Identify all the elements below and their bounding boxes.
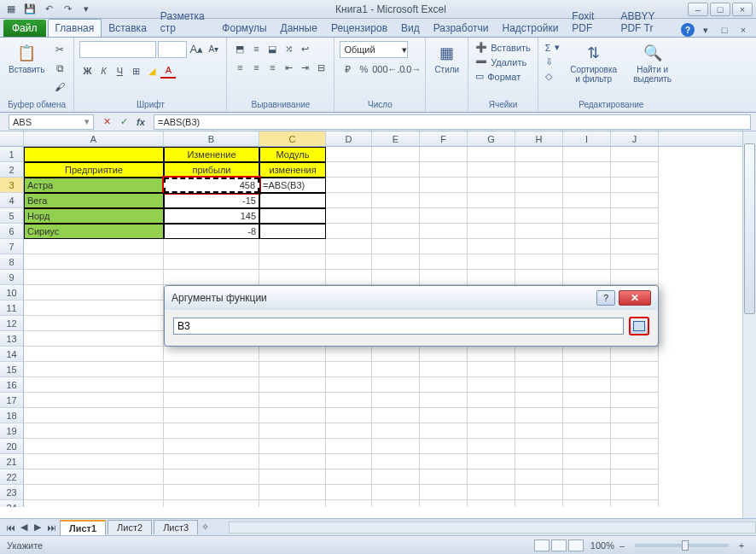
- cell-B21[interactable]: [164, 454, 259, 469]
- tab-data[interactable]: Данные: [274, 20, 324, 37]
- autosum-button[interactable]: Σ▾: [544, 41, 561, 54]
- cell-B6[interactable]: -8: [164, 224, 259, 239]
- cell-A3[interactable]: Астра: [24, 178, 164, 193]
- row-header-16[interactable]: 16: [0, 377, 24, 393]
- ribbon-minimize-icon[interactable]: ▾: [698, 23, 713, 37]
- cell-D21[interactable]: [326, 454, 372, 469]
- row-header-24[interactable]: 24: [0, 500, 24, 507]
- cell-G19[interactable]: [468, 423, 515, 439]
- cell-I6[interactable]: [563, 224, 611, 239]
- column-header-B[interactable]: B: [164, 131, 259, 146]
- cell-I9[interactable]: [563, 270, 611, 285]
- fill-color-icon[interactable]: ◢: [144, 63, 160, 79]
- cell-D18[interactable]: [326, 408, 372, 423]
- cell-E16[interactable]: [372, 377, 420, 393]
- clear-button[interactable]: ◇: [544, 70, 561, 83]
- cell-C8[interactable]: [259, 254, 326, 270]
- sheet-nav-next-icon[interactable]: ▶: [31, 521, 44, 534]
- cell-G8[interactable]: [468, 254, 515, 270]
- cell-F14[interactable]: [420, 347, 468, 362]
- formula-input[interactable]: =ABS(B3): [154, 114, 751, 130]
- cell-D23[interactable]: [326, 485, 372, 500]
- cell-F1[interactable]: [420, 147, 468, 162]
- tab-addins[interactable]: Надстройки: [496, 20, 566, 37]
- cell-I21[interactable]: [563, 454, 611, 469]
- row-header-15[interactable]: 15: [0, 362, 24, 377]
- cell-B2[interactable]: прибыли: [164, 162, 259, 178]
- cell-G2[interactable]: [468, 162, 515, 178]
- cell-D4[interactable]: [326, 193, 372, 208]
- merge-icon[interactable]: ⊟: [313, 60, 329, 75]
- row-header-23[interactable]: 23: [0, 485, 24, 500]
- dialog-expand-button[interactable]: [629, 317, 649, 335]
- cell-F4[interactable]: [420, 193, 468, 208]
- decrease-indent-icon[interactable]: ⇤: [281, 60, 296, 75]
- cell-J5[interactable]: [611, 208, 659, 224]
- dialog-close-button[interactable]: ✕: [619, 290, 651, 306]
- cell-F5[interactable]: [420, 208, 468, 224]
- cell-F7[interactable]: [420, 239, 468, 254]
- cell-I18[interactable]: [563, 408, 611, 423]
- cell-A15[interactable]: [24, 362, 164, 377]
- orientation-icon[interactable]: ⤮: [281, 41, 296, 56]
- cell-H14[interactable]: [515, 347, 563, 362]
- format-cells-button[interactable]: ▭Формат: [474, 70, 522, 83]
- bold-button[interactable]: Ж: [79, 63, 95, 79]
- cell-D15[interactable]: [326, 362, 372, 377]
- cell-I5[interactable]: [563, 208, 611, 224]
- border-icon[interactable]: ⊞: [128, 63, 143, 79]
- cell-C15[interactable]: [259, 362, 326, 377]
- cell-G3[interactable]: [468, 178, 515, 193]
- cell-I19[interactable]: [563, 423, 611, 439]
- number-format-select[interactable]: Общий▾: [340, 41, 408, 58]
- cell-B1[interactable]: Изменение: [164, 147, 259, 162]
- cell-F18[interactable]: [420, 408, 468, 423]
- row-header-5[interactable]: 5: [0, 208, 24, 224]
- cell-F17[interactable]: [420, 393, 468, 408]
- select-all-corner[interactable]: [0, 131, 24, 146]
- cell-C16[interactable]: [259, 377, 326, 393]
- cell-E6[interactable]: [372, 224, 420, 239]
- row-header-18[interactable]: 18: [0, 408, 24, 423]
- wrap-text-icon[interactable]: ↩: [297, 41, 312, 56]
- cell-H1[interactable]: [515, 147, 563, 162]
- cell-F6[interactable]: [420, 224, 468, 239]
- cell-H21[interactable]: [515, 454, 563, 469]
- cell-D1[interactable]: [326, 147, 372, 162]
- cell-B9[interactable]: [164, 270, 259, 285]
- cell-G24[interactable]: [468, 500, 515, 507]
- cell-H18[interactable]: [515, 408, 563, 423]
- cell-E22[interactable]: [372, 469, 420, 485]
- workbook-restore-icon[interactable]: □: [717, 23, 732, 37]
- cell-H24[interactable]: [515, 500, 563, 507]
- row-header-13[interactable]: 13: [0, 331, 24, 347]
- maximize-button[interactable]: □: [710, 3, 730, 16]
- cell-B23[interactable]: [164, 485, 259, 500]
- row-header-12[interactable]: 12: [0, 316, 24, 331]
- cell-I16[interactable]: [563, 377, 611, 393]
- cell-D8[interactable]: [326, 254, 372, 270]
- new-sheet-icon[interactable]: ✧: [198, 521, 212, 534]
- cell-A17[interactable]: [24, 393, 164, 408]
- decrease-decimal-icon[interactable]: .0→: [404, 61, 420, 77]
- cell-G4[interactable]: [468, 193, 515, 208]
- dialog-reference-input[interactable]: [173, 318, 624, 335]
- underline-button[interactable]: Ч: [112, 63, 127, 79]
- cell-I8[interactable]: [563, 254, 611, 270]
- cell-A24[interactable]: [24, 500, 164, 507]
- cell-H8[interactable]: [515, 254, 563, 270]
- font-size-input[interactable]: [158, 41, 187, 58]
- cell-D16[interactable]: [326, 377, 372, 393]
- cell-C4[interactable]: [259, 193, 326, 208]
- align-bottom-icon[interactable]: ⬓: [265, 41, 280, 56]
- column-header-C[interactable]: C: [259, 131, 326, 146]
- sheet-nav-prev-icon[interactable]: ◀: [17, 521, 31, 534]
- column-header-J[interactable]: J: [611, 131, 659, 146]
- zoom-in-button[interactable]: +: [734, 538, 749, 553]
- cell-E4[interactable]: [372, 193, 420, 208]
- cell-H16[interactable]: [515, 377, 563, 393]
- row-header-21[interactable]: 21: [0, 454, 24, 469]
- font-name-input[interactable]: [79, 41, 156, 58]
- cell-B7[interactable]: [164, 239, 259, 254]
- scrollbar-thumb[interactable]: [744, 143, 755, 314]
